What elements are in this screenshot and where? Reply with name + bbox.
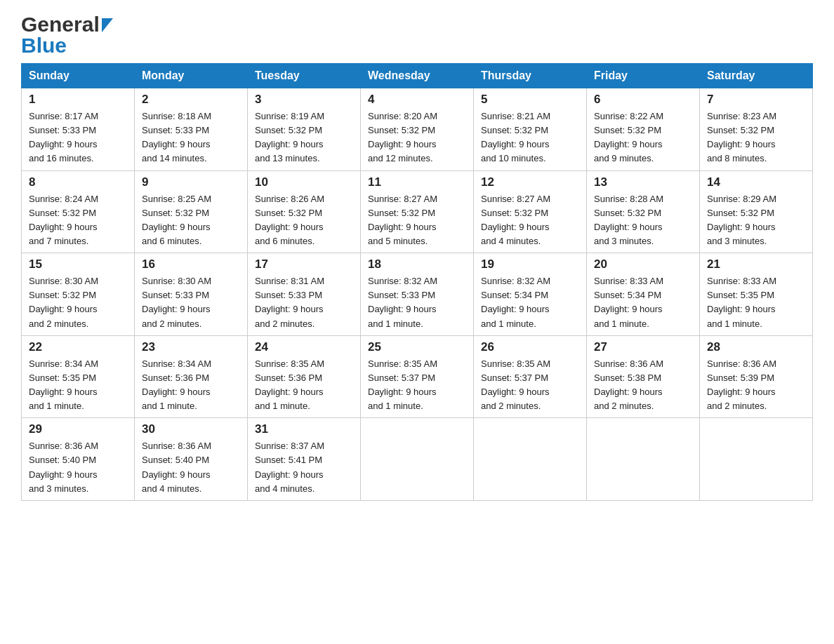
day-number: 6 <box>594 93 692 107</box>
week-row-1: 1Sunrise: 8:17 AMSunset: 5:33 PMDaylight… <box>22 88 813 171</box>
day-number: 3 <box>255 93 353 107</box>
col-header-monday: Monday <box>135 64 248 88</box>
day-number: 2 <box>142 93 240 107</box>
day-info: Sunrise: 8:19 AMSunset: 5:32 PMDaylight:… <box>255 109 353 166</box>
day-info: Sunrise: 8:25 AMSunset: 5:32 PMDaylight:… <box>142 192 240 249</box>
day-info: Sunrise: 8:32 AMSunset: 5:33 PMDaylight:… <box>368 274 466 331</box>
calendar-cell: 5Sunrise: 8:21 AMSunset: 5:32 PMDaylight… <box>474 88 587 171</box>
calendar-cell: 26Sunrise: 8:35 AMSunset: 5:37 PMDayligh… <box>474 335 587 418</box>
calendar-cell: 24Sunrise: 8:35 AMSunset: 5:36 PMDayligh… <box>248 335 361 418</box>
calendar-cell: 23Sunrise: 8:34 AMSunset: 5:36 PMDayligh… <box>135 335 248 418</box>
calendar-cell: 3Sunrise: 8:19 AMSunset: 5:32 PMDaylight… <box>248 88 361 171</box>
col-header-sunday: Sunday <box>22 64 135 88</box>
day-number: 28 <box>707 340 805 354</box>
day-info: Sunrise: 8:26 AMSunset: 5:32 PMDaylight:… <box>255 192 353 249</box>
day-info: Sunrise: 8:36 AMSunset: 5:38 PMDaylight:… <box>594 357 692 414</box>
day-number: 15 <box>29 257 127 271</box>
calendar-cell: 15Sunrise: 8:30 AMSunset: 5:32 PMDayligh… <box>22 253 135 336</box>
col-header-wednesday: Wednesday <box>361 64 474 88</box>
calendar-cell: 20Sunrise: 8:33 AMSunset: 5:34 PMDayligh… <box>587 253 700 336</box>
calendar-cell: 17Sunrise: 8:31 AMSunset: 5:33 PMDayligh… <box>248 253 361 336</box>
day-info: Sunrise: 8:36 AMSunset: 5:40 PMDaylight:… <box>29 439 127 496</box>
day-number: 4 <box>368 93 466 107</box>
day-number: 18 <box>368 257 466 271</box>
week-row-3: 15Sunrise: 8:30 AMSunset: 5:32 PMDayligh… <box>22 253 813 336</box>
calendar-cell: 21Sunrise: 8:33 AMSunset: 5:35 PMDayligh… <box>700 253 813 336</box>
calendar-cell: 4Sunrise: 8:20 AMSunset: 5:32 PMDaylight… <box>361 88 474 171</box>
col-header-tuesday: Tuesday <box>248 64 361 88</box>
day-info: Sunrise: 8:29 AMSunset: 5:32 PMDaylight:… <box>707 192 805 249</box>
day-number: 24 <box>255 340 353 354</box>
day-info: Sunrise: 8:18 AMSunset: 5:33 PMDaylight:… <box>142 109 240 166</box>
day-number: 7 <box>707 93 805 107</box>
day-number: 12 <box>481 175 579 189</box>
day-number: 17 <box>255 257 353 271</box>
calendar-cell: 31Sunrise: 8:37 AMSunset: 5:41 PMDayligh… <box>248 418 361 501</box>
day-number: 11 <box>368 175 466 189</box>
logo-general: General <box>21 14 100 35</box>
calendar-cell: 6Sunrise: 8:22 AMSunset: 5:32 PMDaylight… <box>587 88 700 171</box>
col-header-thursday: Thursday <box>474 64 587 88</box>
day-info: Sunrise: 8:32 AMSunset: 5:34 PMDaylight:… <box>481 274 579 331</box>
day-info: Sunrise: 8:35 AMSunset: 5:37 PMDaylight:… <box>481 357 579 414</box>
day-info: Sunrise: 8:30 AMSunset: 5:32 PMDaylight:… <box>29 274 127 331</box>
day-info: Sunrise: 8:34 AMSunset: 5:36 PMDaylight:… <box>142 357 240 414</box>
col-header-saturday: Saturday <box>700 64 813 88</box>
calendar-cell: 12Sunrise: 8:27 AMSunset: 5:32 PMDayligh… <box>474 170 587 253</box>
day-number: 9 <box>142 175 240 189</box>
calendar-cell <box>587 418 700 501</box>
calendar-cell: 13Sunrise: 8:28 AMSunset: 5:32 PMDayligh… <box>587 170 700 253</box>
day-number: 27 <box>594 340 692 354</box>
day-number: 10 <box>255 175 353 189</box>
calendar-cell: 9Sunrise: 8:25 AMSunset: 5:32 PMDaylight… <box>135 170 248 253</box>
week-row-5: 29Sunrise: 8:36 AMSunset: 5:40 PMDayligh… <box>22 418 813 501</box>
day-number: 25 <box>368 340 466 354</box>
calendar-cell: 16Sunrise: 8:30 AMSunset: 5:33 PMDayligh… <box>135 253 248 336</box>
day-number: 14 <box>707 175 805 189</box>
day-info: Sunrise: 8:33 AMSunset: 5:35 PMDaylight:… <box>707 274 805 331</box>
calendar-cell: 30Sunrise: 8:36 AMSunset: 5:40 PMDayligh… <box>135 418 248 501</box>
day-number: 23 <box>142 340 240 354</box>
day-number: 16 <box>142 257 240 271</box>
calendar-cell: 28Sunrise: 8:36 AMSunset: 5:39 PMDayligh… <box>700 335 813 418</box>
day-number: 26 <box>481 340 579 354</box>
calendar-cell: 19Sunrise: 8:32 AMSunset: 5:34 PMDayligh… <box>474 253 587 336</box>
calendar-cell: 8Sunrise: 8:24 AMSunset: 5:32 PMDaylight… <box>22 170 135 253</box>
calendar-cell: 18Sunrise: 8:32 AMSunset: 5:33 PMDayligh… <box>361 253 474 336</box>
day-info: Sunrise: 8:35 AMSunset: 5:37 PMDaylight:… <box>368 357 466 414</box>
day-info: Sunrise: 8:30 AMSunset: 5:33 PMDaylight:… <box>142 274 240 331</box>
calendar-cell: 14Sunrise: 8:29 AMSunset: 5:32 PMDayligh… <box>700 170 813 253</box>
logo-triangle-icon <box>102 18 113 32</box>
week-row-2: 8Sunrise: 8:24 AMSunset: 5:32 PMDaylight… <box>22 170 813 253</box>
day-info: Sunrise: 8:31 AMSunset: 5:33 PMDaylight:… <box>255 274 353 331</box>
day-number: 13 <box>594 175 692 189</box>
day-info: Sunrise: 8:17 AMSunset: 5:33 PMDaylight:… <box>29 109 127 166</box>
day-number: 21 <box>707 257 805 271</box>
calendar-table: SundayMondayTuesdayWednesdayThursdayFrid… <box>21 63 813 501</box>
day-info: Sunrise: 8:27 AMSunset: 5:32 PMDaylight:… <box>368 192 466 249</box>
day-info: Sunrise: 8:36 AMSunset: 5:39 PMDaylight:… <box>707 357 805 414</box>
day-info: Sunrise: 8:21 AMSunset: 5:32 PMDaylight:… <box>481 109 579 166</box>
calendar-cell: 25Sunrise: 8:35 AMSunset: 5:37 PMDayligh… <box>361 335 474 418</box>
calendar-header-row: SundayMondayTuesdayWednesdayThursdayFrid… <box>22 64 813 88</box>
day-number: 22 <box>29 340 127 354</box>
calendar-cell: 7Sunrise: 8:23 AMSunset: 5:32 PMDaylight… <box>700 88 813 171</box>
day-number: 20 <box>594 257 692 271</box>
day-info: Sunrise: 8:37 AMSunset: 5:41 PMDaylight:… <box>255 439 353 496</box>
logo-blue: Blue <box>21 35 67 56</box>
calendar-cell <box>474 418 587 501</box>
calendar-cell: 2Sunrise: 8:18 AMSunset: 5:33 PMDaylight… <box>135 88 248 171</box>
calendar-cell: 1Sunrise: 8:17 AMSunset: 5:33 PMDaylight… <box>22 88 135 171</box>
week-row-4: 22Sunrise: 8:34 AMSunset: 5:35 PMDayligh… <box>22 335 813 418</box>
day-number: 1 <box>29 93 127 107</box>
col-header-friday: Friday <box>587 64 700 88</box>
calendar-cell: 27Sunrise: 8:36 AMSunset: 5:38 PMDayligh… <box>587 335 700 418</box>
day-number: 30 <box>142 422 240 436</box>
day-number: 8 <box>29 175 127 189</box>
day-number: 29 <box>29 422 127 436</box>
day-number: 19 <box>481 257 579 271</box>
day-info: Sunrise: 8:35 AMSunset: 5:36 PMDaylight:… <box>255 357 353 414</box>
day-info: Sunrise: 8:24 AMSunset: 5:32 PMDaylight:… <box>29 192 127 249</box>
day-info: Sunrise: 8:22 AMSunset: 5:32 PMDaylight:… <box>594 109 692 166</box>
day-info: Sunrise: 8:20 AMSunset: 5:32 PMDaylight:… <box>368 109 466 166</box>
